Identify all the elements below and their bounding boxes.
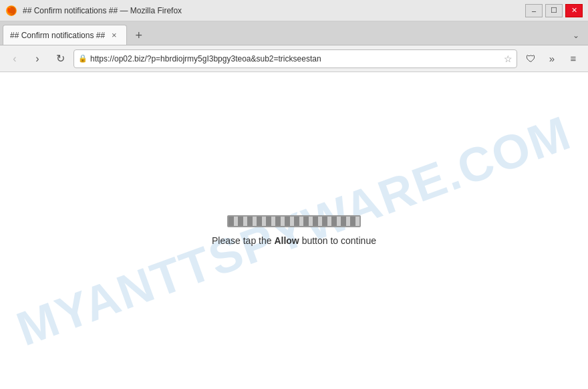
nav-right-icons: 🛡 » ≡ — [521, 49, 583, 68]
tab-dropdown-button[interactable]: ⌄ — [567, 26, 585, 45]
forward-button[interactable]: › — [28, 49, 47, 68]
maximize-button[interactable]: ☐ — [545, 4, 563, 17]
tab-title: ## Confirm notifications ## — [10, 31, 105, 40]
lock-icon: 🔒 — [78, 54, 88, 63]
page-content: Please tap the Allow button to continue — [212, 215, 376, 246]
titlebar: ## Confirm notifications ## — Mozilla Fi… — [0, 0, 588, 21]
tabbar: ## Confirm notifications ## × + ⌄ — [0, 21, 588, 45]
close-button[interactable]: ✕ — [565, 4, 583, 17]
navbar: ‹ › ↻ 🔒 https://op02.biz/?p=hbrdiojrmy5g… — [0, 45, 588, 72]
address-bar[interactable]: 🔒 https://op02.biz/?p=hbrdiojrmy5gI3bpgy… — [74, 49, 517, 68]
active-tab[interactable]: ## Confirm notifications ## × — [3, 25, 127, 45]
instruction-text-before: Please tap the — [212, 235, 274, 246]
extensions-button[interactable]: » — [543, 49, 561, 68]
new-tab-button[interactable]: + — [130, 26, 148, 45]
minimize-button[interactable]: – — [525, 4, 543, 17]
pocket-button[interactable]: 🛡 — [521, 49, 540, 68]
tab-close-button[interactable]: × — [109, 29, 120, 41]
back-button[interactable]: ‹ — [5, 49, 24, 68]
titlebar-left: ## Confirm notifications ## — Mozilla Fi… — [5, 5, 182, 17]
menu-button[interactable]: ≡ — [564, 49, 583, 68]
address-security-icons: 🔒 — [78, 54, 88, 63]
webpage: MYANTTSPYWARE.COM Please tap the Allow b… — [0, 72, 588, 389]
bookmark-star-icon[interactable]: ☆ — [504, 53, 512, 64]
url-text: https://op02.biz/?p=hbrdiojrmy5gI3bpgy3t… — [90, 54, 501, 63]
instruction-text-bold: Allow — [274, 235, 299, 246]
progress-bar-fill — [229, 217, 359, 226]
instruction-text: Please tap the Allow button to continue — [212, 235, 376, 246]
instruction-text-after: button to continue — [299, 235, 376, 246]
refresh-button[interactable]: ↻ — [51, 49, 69, 68]
progress-bar — [227, 215, 361, 227]
titlebar-title: ## Confirm notifications ## — Mozilla Fi… — [23, 6, 182, 15]
firefox-logo-icon — [5, 5, 17, 17]
titlebar-controls[interactable]: – ☐ ✕ — [525, 4, 583, 17]
